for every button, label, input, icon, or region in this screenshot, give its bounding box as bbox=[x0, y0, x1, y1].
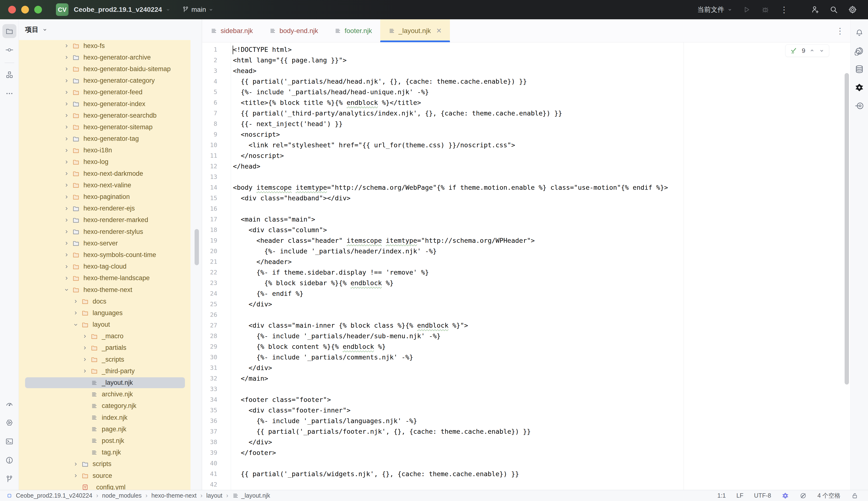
code-line-17[interactable]: 17 <main class="main"> bbox=[202, 214, 850, 225]
more-tool-windows-icon[interactable] bbox=[2, 87, 17, 100]
line-number[interactable]: 28 bbox=[202, 331, 217, 341]
code-line-35[interactable]: 35 <div class="footer-inner"> bbox=[202, 405, 850, 416]
line-number[interactable]: 7 bbox=[202, 108, 217, 119]
chevron-down-icon[interactable] bbox=[61, 287, 72, 292]
line-number[interactable]: 11 bbox=[202, 150, 217, 161]
code-line-41[interactable]: 41 {{ partial('_partials/widgets.njk', {… bbox=[202, 469, 850, 479]
tree-item--macro[interactable]: _macro bbox=[19, 331, 202, 342]
tab-options-icon[interactable]: ⋮ bbox=[836, 26, 844, 36]
tree-item-languages[interactable]: languages bbox=[19, 307, 202, 319]
line-number[interactable]: 27 bbox=[202, 320, 217, 331]
code-line-8[interactable]: 8 {{- next_inject('head') }} bbox=[202, 119, 850, 129]
run-button[interactable] bbox=[742, 5, 751, 14]
git-tool-icon[interactable] bbox=[2, 472, 17, 486]
code-line-24[interactable]: 24 {%- endif %} bbox=[202, 288, 850, 299]
profiler-tool-icon[interactable] bbox=[2, 397, 17, 411]
code-line-34[interactable]: 34 <footer class="footer"> bbox=[202, 394, 850, 405]
tree-item--scripts[interactable]: _scripts bbox=[19, 354, 202, 365]
debug-button[interactable] bbox=[760, 5, 770, 14]
code-line-32[interactable]: 32 </main> bbox=[202, 373, 850, 384]
line-number[interactable]: 37 bbox=[202, 426, 217, 437]
project-tool-icon[interactable] bbox=[2, 24, 17, 38]
breadcrumb-node-modules[interactable]: node_modules bbox=[102, 492, 141, 499]
tree-item-page-njk[interactable]: page.njk bbox=[19, 423, 202, 435]
line-number[interactable]: 29 bbox=[202, 341, 217, 352]
line-number[interactable]: 30 bbox=[202, 352, 217, 363]
highlighting-eye-icon[interactable] bbox=[800, 492, 807, 499]
code-line-23[interactable]: 23 {% block sidebar %}{% endblock %} bbox=[202, 278, 850, 288]
tab--layout-njk[interactable]: _layout.njk✕ bbox=[380, 19, 450, 42]
code-line-30[interactable]: 30 {%- include '_partials/comments.njk' … bbox=[202, 352, 850, 363]
line-number[interactable]: 40 bbox=[202, 458, 217, 469]
chevron-right-icon[interactable] bbox=[61, 125, 72, 130]
line-separator[interactable]: LF bbox=[736, 492, 743, 499]
file-encoding[interactable]: UTF-8 bbox=[754, 492, 771, 499]
chevron-right-icon[interactable] bbox=[61, 55, 72, 60]
tree-item--config-yml[interactable]: _config.yml bbox=[19, 481, 202, 490]
chevron-right-icon[interactable] bbox=[79, 334, 90, 339]
code-line-31[interactable]: 31 </div> bbox=[202, 363, 850, 373]
close-tab-icon[interactable]: ✕ bbox=[436, 27, 442, 35]
chevron-right-icon[interactable] bbox=[61, 66, 72, 72]
close-window-button[interactable] bbox=[8, 6, 16, 13]
breadcrumb-layout[interactable]: layout bbox=[206, 492, 223, 499]
tree-item-hexo-generator-tag[interactable]: hexo-generator-tag bbox=[19, 133, 202, 145]
tree-item-hexo-generator-searchdb[interactable]: hexo-generator-searchdb bbox=[19, 110, 202, 121]
tree-item--layout-njk[interactable]: _layout.njk bbox=[19, 377, 202, 388]
line-number[interactable]: 42 bbox=[202, 479, 217, 490]
code-line-16[interactable]: 16 bbox=[202, 203, 850, 214]
tree-item-category-njk[interactable]: category.njk bbox=[19, 400, 202, 412]
code-line-37[interactable]: 37 {{ partial('_partials/footer.njk', {}… bbox=[202, 426, 850, 437]
chevron-right-icon[interactable] bbox=[61, 90, 72, 95]
ai-assistant-icon[interactable] bbox=[855, 46, 864, 55]
chevron-right-icon[interactable] bbox=[71, 461, 81, 467]
line-number[interactable]: 41 bbox=[202, 469, 217, 479]
line-number[interactable]: 34 bbox=[202, 394, 217, 405]
chevron-right-icon[interactable] bbox=[61, 136, 72, 141]
chevron-right-icon[interactable] bbox=[79, 345, 90, 351]
code-line-7[interactable]: 7 {{ partial('_third-party/analytics/ind… bbox=[202, 108, 850, 119]
minimize-window-button[interactable] bbox=[21, 6, 29, 13]
code-line-1[interactable]: 1<!DOCTYPE html> bbox=[202, 44, 850, 55]
tree-item-hexo-generator-archive[interactable]: hexo-generator-archive bbox=[19, 52, 202, 63]
chevron-right-icon[interactable] bbox=[61, 43, 72, 49]
tab-sidebar-njk[interactable]: sidebar.njk bbox=[202, 19, 261, 42]
code-editor[interactable]: 9 1<!DOCTYPE html>2<html lang="{{ page.l… bbox=[202, 42, 850, 490]
chevron-right-icon[interactable] bbox=[79, 357, 90, 362]
commit-tool-icon[interactable] bbox=[2, 43, 17, 57]
code-line-18[interactable]: 18 <div class="column"> bbox=[202, 225, 850, 235]
chevron-right-icon[interactable] bbox=[71, 473, 81, 478]
readonly-lock-icon[interactable] bbox=[851, 492, 858, 499]
line-number[interactable]: 24 bbox=[202, 288, 217, 299]
services-tool-icon[interactable] bbox=[2, 416, 17, 430]
line-number[interactable]: 17 bbox=[202, 214, 217, 225]
tree-item-index-njk[interactable]: index.njk bbox=[19, 412, 202, 423]
plugin-tool-icon[interactable] bbox=[855, 83, 864, 92]
breadcrumb-hexo-theme-next[interactable]: hexo-theme-next bbox=[151, 492, 197, 499]
line-number[interactable]: 15 bbox=[202, 193, 217, 203]
line-number[interactable]: 21 bbox=[202, 257, 217, 267]
code-line-5[interactable]: 5 {%- include '_partials/head/head-uniqu… bbox=[202, 87, 850, 97]
tree-item-hexo-pagination[interactable]: hexo-pagination bbox=[19, 191, 202, 203]
code-with-me-button[interactable] bbox=[810, 5, 820, 14]
tree-item-hexo-next-darkmode[interactable]: hexo-next-darkmode bbox=[19, 168, 202, 179]
project-name[interactable]: Ceobe_prod2.19.1_v240224 bbox=[74, 6, 162, 13]
code-line-40[interactable]: 40 bbox=[202, 458, 850, 469]
caret-position[interactable]: 1:1 bbox=[717, 492, 726, 499]
tree-item-hexo-symbols-count-time[interactable]: hexo-symbols-count-time bbox=[19, 249, 202, 260]
branch-widget[interactable]: main bbox=[182, 6, 214, 13]
notifications-icon[interactable] bbox=[855, 29, 864, 37]
tree-item--third-party[interactable]: _third-party bbox=[19, 365, 202, 377]
structure-tool-icon[interactable] bbox=[2, 68, 17, 82]
tree-item--partials[interactable]: _partials bbox=[19, 342, 202, 354]
line-number[interactable]: 12 bbox=[202, 161, 217, 172]
chevron-right-icon[interactable] bbox=[61, 229, 72, 234]
line-number[interactable]: 10 bbox=[202, 140, 217, 150]
tree-item-hexo-generator-category[interactable]: hexo-generator-category bbox=[19, 75, 202, 87]
chevron-right-icon[interactable] bbox=[61, 171, 72, 176]
line-number[interactable]: 19 bbox=[202, 235, 217, 246]
code-line-9[interactable]: 9 <noscript> bbox=[202, 129, 850, 140]
line-number[interactable]: 14 bbox=[202, 182, 217, 193]
line-number[interactable]: 39 bbox=[202, 447, 217, 458]
code-line-3[interactable]: 3<head> bbox=[202, 66, 850, 76]
